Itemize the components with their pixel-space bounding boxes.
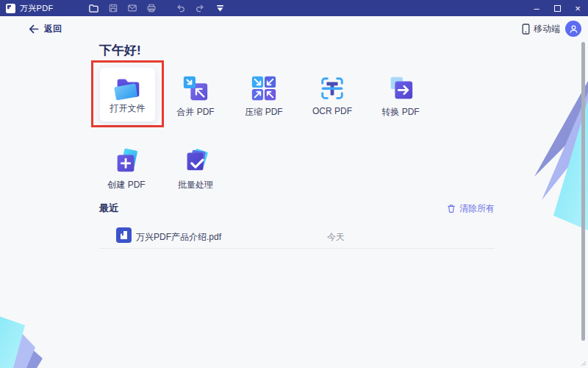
decoration-right-fan <box>520 70 588 236</box>
action-label: OCR PDF <box>312 106 352 116</box>
action-merge-pdf[interactable]: 合并 PDF <box>162 74 229 118</box>
decoration-bottom-left <box>0 309 51 368</box>
sub-header: 返回 移动端 <box>0 16 588 41</box>
print-icon[interactable] <box>142 0 161 16</box>
action-convert-pdf[interactable]: 转换 PDF <box>368 74 434 118</box>
maximize-icon <box>554 5 561 12</box>
action-compress-pdf[interactable]: 压缩 PDF <box>231 74 297 118</box>
recent-section-header: 最近 清除所有 <box>99 202 495 215</box>
vertical-scrollbar[interactable] <box>581 42 585 341</box>
mobile-label: 移动端 <box>534 23 560 35</box>
trash-icon <box>447 204 456 213</box>
action-label: 合并 PDF <box>176 106 214 118</box>
convert-pdf-icon <box>387 74 415 102</box>
ocr-pdf-icon <box>318 74 346 102</box>
app-logo-icon <box>6 4 15 13</box>
batch-process-icon <box>182 147 209 175</box>
undo-icon[interactable] <box>171 0 190 16</box>
recent-file-row[interactable]: 万兴PDF产品介绍.pdf 今天 <box>99 225 495 247</box>
hide-toolbar-icon[interactable] <box>211 0 230 16</box>
pdfelement-window: 万兴PDF <box>0 0 588 368</box>
phone-icon <box>522 24 530 35</box>
back-button[interactable]: 返回 <box>28 23 62 35</box>
open-file-icon[interactable] <box>85 0 104 16</box>
email-icon[interactable] <box>123 0 142 16</box>
clear-all-button[interactable]: 清除所有 <box>447 202 495 215</box>
minimize-glyph: – <box>534 3 539 14</box>
action-batch-process[interactable]: 批量处理 <box>162 147 229 191</box>
recent-divider <box>99 248 495 249</box>
action-label: 批量处理 <box>178 179 213 191</box>
minimize-button[interactable]: – <box>526 0 547 16</box>
action-label: 转换 PDF <box>381 106 419 118</box>
action-create-pdf[interactable]: 创建 PDF <box>93 147 159 191</box>
user-avatar-icon[interactable] <box>565 21 581 37</box>
back-label: 返回 <box>44 23 62 35</box>
save-icon[interactable] <box>104 0 123 16</box>
merge-pdf-icon <box>182 74 209 102</box>
action-label: 打开文件 <box>110 102 146 115</box>
app-title: 万兴PDF <box>20 3 54 14</box>
resize-grip-icon <box>579 359 587 367</box>
action-label: 压缩 PDF <box>245 106 282 118</box>
maximize-button[interactable] <box>547 0 567 16</box>
action-open-file[interactable]: 打开文件 <box>100 68 155 121</box>
back-arrow-icon <box>28 24 39 34</box>
titlebar: 万兴PDF <box>0 0 588 16</box>
clear-all-label: 清除所有 <box>459 202 495 215</box>
close-icon: × <box>575 3 581 14</box>
recent-file-date: 今天 <box>327 231 345 244</box>
recent-title: 最近 <box>99 202 118 215</box>
create-pdf-icon <box>112 147 140 175</box>
open-file-folder-icon <box>112 73 144 104</box>
compress-pdf-icon <box>250 74 278 102</box>
greeting-text: 下午好! <box>99 42 141 59</box>
redo-icon[interactable] <box>190 0 209 16</box>
pdf-file-icon <box>116 227 132 243</box>
recent-file-name: 万兴PDF产品介绍.pdf <box>136 231 221 244</box>
window-controls: – × <box>526 0 588 16</box>
action-ocr-pdf[interactable]: OCR PDF <box>299 74 365 116</box>
action-label: 创建 PDF <box>107 179 145 191</box>
mobile-button[interactable]: 移动端 <box>522 23 560 35</box>
close-button[interactable]: × <box>567 0 588 16</box>
